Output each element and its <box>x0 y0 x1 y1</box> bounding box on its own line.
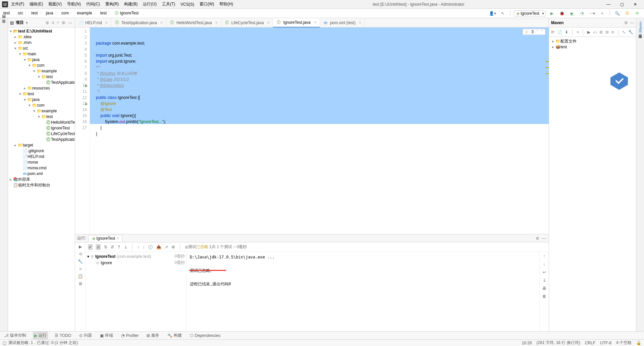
tree-mvnwcmd[interactable]: mvnw.cmd <box>28 166 47 170</box>
breadcrumb[interactable]: test src test java com example test Ⓒ Ig… <box>2 10 140 16</box>
next-highlight-icon[interactable]: ˅ <box>541 30 543 34</box>
rerun-failed-icon[interactable]: ⟲ <box>79 252 82 256</box>
close-icon[interactable]: × <box>313 20 316 25</box>
menu-build[interactable]: 构建(B) <box>122 0 140 8</box>
encoding[interactable]: UTF-8 <box>600 341 611 345</box>
tree-testdir[interactable]: test <box>28 92 34 96</box>
crumb-4[interactable]: com <box>60 10 76 16</box>
tree-help[interactable]: HELP.md <box>28 154 44 159</box>
menu-window[interactable]: 窗口(W) <box>197 0 216 8</box>
tree-main[interactable]: main <box>28 52 36 56</box>
project-view-icon[interactable]: ▤ <box>10 20 14 25</box>
inspection-widget[interactable]: ⚠ 3 ˄ ˅ <box>523 29 545 35</box>
collapse-maven-icon[interactable]: ⤡ <box>622 30 626 35</box>
clear-icon[interactable]: 🗑 <box>542 294 546 299</box>
tree-java2[interactable]: java <box>32 97 40 102</box>
user-icon[interactable]: 👤▾ <box>489 10 497 17</box>
close-icon[interactable]: × <box>116 236 119 241</box>
menu-refactor[interactable]: 重构(R) <box>103 0 121 8</box>
maven-wrench-icon[interactable]: 🔧 <box>628 30 633 35</box>
tree-example2[interactable]: example <box>42 109 57 113</box>
more-run-icon[interactable]: ⋯▾ <box>588 10 596 17</box>
database-tool-button[interactable]: 数据库 <box>638 40 643 43</box>
show-passed-icon[interactable]: ✔ <box>88 244 93 250</box>
structure-tool-button[interactable]: 结构 <box>1 20 6 23</box>
maven-tool-button[interactable]: m Maven <box>638 20 642 38</box>
crumb-2[interactable]: test <box>30 10 44 16</box>
menu-view[interactable]: 视图(V) <box>46 0 64 8</box>
hide-icon[interactable]: — <box>67 20 73 25</box>
tree-testapp[interactable]: TestApplication <box>51 80 75 85</box>
maven-module[interactable]: test <box>560 45 567 49</box>
search-icon[interactable]: 🔍 <box>613 10 621 17</box>
tree-root[interactable]: test E:\JUnit4\test <box>18 29 52 34</box>
tree-mvnw[interactable]: mvnw <box>28 160 38 165</box>
close-icon[interactable]: × <box>266 20 269 25</box>
next-icon[interactable]: ↓ <box>143 245 145 249</box>
export-icon[interactable]: ↗ <box>165 245 168 249</box>
tree-hello[interactable]: HelloWorldTest <box>51 120 75 125</box>
tool-windows-icon[interactable]: ▢ <box>3 341 6 345</box>
menu-vcs[interactable]: VCS(S) <box>178 1 197 8</box>
scroll-end-icon[interactable]: ⤓ <box>543 278 546 283</box>
crumb-7[interactable]: Ⓒ IgnoreTest <box>113 10 140 16</box>
tree-resources[interactable]: resources <box>32 86 50 91</box>
layout-icon[interactable]: ⊞ <box>79 281 82 286</box>
maven-hide-icon[interactable]: — <box>630 20 634 25</box>
tree-java1[interactable]: java <box>32 57 40 62</box>
tree-idea[interactable]: .idea <box>23 35 32 39</box>
tab-build[interactable]: 🔨构建 <box>166 332 183 339</box>
tree-example1[interactable]: example <box>42 69 57 73</box>
collapse-icon[interactable]: ⤓ <box>124 245 127 249</box>
run-config-selector[interactable]: ⬗IgnoreTest <box>514 10 546 16</box>
tree-ignore[interactable]: IgnoreTest <box>51 126 70 130</box>
run-settings-icon[interactable]: ⚙ <box>536 236 539 241</box>
updates-icon[interactable]: ⟳ <box>633 10 641 17</box>
tab-run[interactable]: ▶运行 <box>33 332 48 339</box>
settings-icon[interactable]: ⚙ <box>61 20 66 25</box>
menu-tools[interactable]: 工具(T) <box>160 0 177 8</box>
tab-testapp[interactable]: ⒸTestApplication.java× <box>111 18 166 27</box>
project-tree[interactable]: ▾📂test E:\JUnit4\test ▸📁.idea ▸📁.mvn ▾📁s… <box>8 27 75 331</box>
run-gutter-icon[interactable]: ▶ <box>85 83 88 89</box>
menu-code[interactable]: 代码(C) <box>84 0 102 8</box>
tab-problems[interactable]: ⊙问题 <box>78 332 93 339</box>
reload-icon[interactable]: ⟳ <box>551 30 554 35</box>
tab-pom[interactable]: mpom.xml (test)× <box>320 18 365 27</box>
print-icon[interactable]: 🖶 <box>542 286 546 291</box>
history-icon[interactable]: 🕘 <box>148 245 153 249</box>
tree-com2[interactable]: com <box>37 103 45 108</box>
close-button[interactable]: ✕ <box>629 1 642 8</box>
close-icon[interactable]: × <box>358 20 361 25</box>
tree-test2[interactable]: test <box>46 114 53 119</box>
tree-scratch[interactable]: 临时文件和控制台 <box>18 183 50 187</box>
crumb-0[interactable]: test <box>2 10 16 16</box>
soft-wrap-icon[interactable]: ↩ <box>543 270 546 275</box>
tree-pom[interactable]: pom.xml <box>28 171 43 176</box>
profile-icon[interactable]: ◔ <box>578 10 586 17</box>
test-item[interactable]: ⊘Ignore 0毫秒 <box>87 260 185 266</box>
coverage-icon[interactable]: ▶̲ <box>568 10 576 17</box>
indent[interactable]: 4 个空格 <box>616 340 632 346</box>
project-dropdown-icon[interactable]: ▾ <box>26 20 28 25</box>
tab-terminal[interactable]: ▣终端 <box>99 332 114 339</box>
tab-ignore[interactable]: ⒸIgnoreTest.java× <box>273 18 320 27</box>
download-icon[interactable]: ⬇ <box>565 30 568 35</box>
import-icon[interactable]: 📥 <box>156 245 161 249</box>
console-output[interactable]: D:\Java\jdk-17.0.5\bin\java.exe ... 测试已忽… <box>186 252 539 331</box>
tree-target[interactable]: target <box>23 143 33 148</box>
generate-icon[interactable]: 📄 <box>557 30 562 35</box>
maven-tree[interactable]: ▸📁配置文件 ▸📦test <box>549 37 636 51</box>
add-icon[interactable]: + <box>577 30 579 35</box>
crumb-3[interactable]: java <box>45 10 60 16</box>
menu-navigate[interactable]: 导航(N) <box>65 0 83 8</box>
tab-services[interactable]: ⊞服务 <box>145 332 161 339</box>
readonly-icon[interactable]: 🔓 <box>636 341 641 345</box>
prev-icon[interactable]: ↑ <box>137 245 139 249</box>
run-maven-icon[interactable]: ▶ <box>587 30 590 35</box>
run-icon[interactable]: ▶ <box>548 10 556 17</box>
rerun-icon[interactable]: ▶ <box>79 244 82 249</box>
scroll-up-icon[interactable]: ↑ <box>543 254 545 258</box>
tree-test1[interactable]: test <box>46 74 53 79</box>
crumb-1[interactable]: src <box>16 10 30 16</box>
